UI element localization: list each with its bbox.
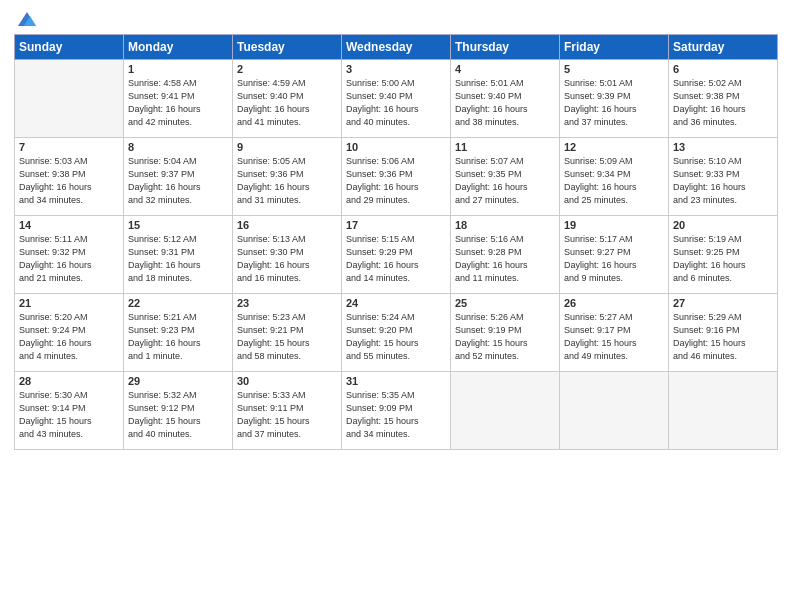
calendar-cell: 12Sunrise: 5:09 AM Sunset: 9:34 PM Dayli… — [560, 138, 669, 216]
day-info: Sunrise: 5:01 AM Sunset: 9:39 PM Dayligh… — [564, 77, 664, 129]
calendar-cell: 26Sunrise: 5:27 AM Sunset: 9:17 PM Dayli… — [560, 294, 669, 372]
day-number: 20 — [673, 219, 773, 231]
day-info: Sunrise: 5:17 AM Sunset: 9:27 PM Dayligh… — [564, 233, 664, 285]
day-info: Sunrise: 5:04 AM Sunset: 9:37 PM Dayligh… — [128, 155, 228, 207]
day-info: Sunrise: 5:03 AM Sunset: 9:38 PM Dayligh… — [19, 155, 119, 207]
day-number: 16 — [237, 219, 337, 231]
calendar-cell: 11Sunrise: 5:07 AM Sunset: 9:35 PM Dayli… — [451, 138, 560, 216]
day-info: Sunrise: 5:01 AM Sunset: 9:40 PM Dayligh… — [455, 77, 555, 129]
day-info: Sunrise: 5:21 AM Sunset: 9:23 PM Dayligh… — [128, 311, 228, 363]
day-info: Sunrise: 5:33 AM Sunset: 9:11 PM Dayligh… — [237, 389, 337, 441]
dow-tuesday: Tuesday — [233, 35, 342, 60]
calendar-cell: 9Sunrise: 5:05 AM Sunset: 9:36 PM Daylig… — [233, 138, 342, 216]
calendar-cell: 10Sunrise: 5:06 AM Sunset: 9:36 PM Dayli… — [342, 138, 451, 216]
day-info: Sunrise: 5:16 AM Sunset: 9:28 PM Dayligh… — [455, 233, 555, 285]
day-number: 13 — [673, 141, 773, 153]
day-number: 24 — [346, 297, 446, 309]
calendar-cell: 4Sunrise: 5:01 AM Sunset: 9:40 PM Daylig… — [451, 60, 560, 138]
dow-friday: Friday — [560, 35, 669, 60]
day-info: Sunrise: 5:26 AM Sunset: 9:19 PM Dayligh… — [455, 311, 555, 363]
day-info: Sunrise: 5:19 AM Sunset: 9:25 PM Dayligh… — [673, 233, 773, 285]
day-info: Sunrise: 5:10 AM Sunset: 9:33 PM Dayligh… — [673, 155, 773, 207]
day-number: 6 — [673, 63, 773, 75]
day-number: 3 — [346, 63, 446, 75]
day-number: 25 — [455, 297, 555, 309]
day-info: Sunrise: 5:05 AM Sunset: 9:36 PM Dayligh… — [237, 155, 337, 207]
day-number: 7 — [19, 141, 119, 153]
calendar-cell: 22Sunrise: 5:21 AM Sunset: 9:23 PM Dayli… — [124, 294, 233, 372]
calendar-cell: 13Sunrise: 5:10 AM Sunset: 9:33 PM Dayli… — [669, 138, 778, 216]
calendar-cell — [669, 372, 778, 450]
day-number: 12 — [564, 141, 664, 153]
calendar-cell: 7Sunrise: 5:03 AM Sunset: 9:38 PM Daylig… — [15, 138, 124, 216]
calendar-cell: 3Sunrise: 5:00 AM Sunset: 9:40 PM Daylig… — [342, 60, 451, 138]
day-info: Sunrise: 5:06 AM Sunset: 9:36 PM Dayligh… — [346, 155, 446, 207]
week-row-1: 1Sunrise: 4:58 AM Sunset: 9:41 PM Daylig… — [15, 60, 778, 138]
day-number: 18 — [455, 219, 555, 231]
day-number: 27 — [673, 297, 773, 309]
day-info: Sunrise: 5:11 AM Sunset: 9:32 PM Dayligh… — [19, 233, 119, 285]
day-number: 4 — [455, 63, 555, 75]
calendar-cell: 30Sunrise: 5:33 AM Sunset: 9:11 PM Dayli… — [233, 372, 342, 450]
day-number: 11 — [455, 141, 555, 153]
calendar-cell: 8Sunrise: 5:04 AM Sunset: 9:37 PM Daylig… — [124, 138, 233, 216]
day-info: Sunrise: 5:15 AM Sunset: 9:29 PM Dayligh… — [346, 233, 446, 285]
calendar-cell — [560, 372, 669, 450]
day-info: Sunrise: 5:24 AM Sunset: 9:20 PM Dayligh… — [346, 311, 446, 363]
calendar-cell: 31Sunrise: 5:35 AM Sunset: 9:09 PM Dayli… — [342, 372, 451, 450]
week-row-2: 7Sunrise: 5:03 AM Sunset: 9:38 PM Daylig… — [15, 138, 778, 216]
day-info: Sunrise: 5:23 AM Sunset: 9:21 PM Dayligh… — [237, 311, 337, 363]
calendar-cell: 6Sunrise: 5:02 AM Sunset: 9:38 PM Daylig… — [669, 60, 778, 138]
day-info: Sunrise: 4:58 AM Sunset: 9:41 PM Dayligh… — [128, 77, 228, 129]
calendar-cell: 28Sunrise: 5:30 AM Sunset: 9:14 PM Dayli… — [15, 372, 124, 450]
day-info: Sunrise: 5:12 AM Sunset: 9:31 PM Dayligh… — [128, 233, 228, 285]
day-number: 2 — [237, 63, 337, 75]
dow-sunday: Sunday — [15, 35, 124, 60]
day-info: Sunrise: 5:29 AM Sunset: 9:16 PM Dayligh… — [673, 311, 773, 363]
day-info: Sunrise: 5:13 AM Sunset: 9:30 PM Dayligh… — [237, 233, 337, 285]
calendar-cell: 1Sunrise: 4:58 AM Sunset: 9:41 PM Daylig… — [124, 60, 233, 138]
day-info: Sunrise: 5:27 AM Sunset: 9:17 PM Dayligh… — [564, 311, 664, 363]
day-number: 23 — [237, 297, 337, 309]
day-number: 22 — [128, 297, 228, 309]
calendar-cell: 17Sunrise: 5:15 AM Sunset: 9:29 PM Dayli… — [342, 216, 451, 294]
calendar-cell: 25Sunrise: 5:26 AM Sunset: 9:19 PM Dayli… — [451, 294, 560, 372]
calendar-cell: 24Sunrise: 5:24 AM Sunset: 9:20 PM Dayli… — [342, 294, 451, 372]
day-number: 14 — [19, 219, 119, 231]
day-number: 10 — [346, 141, 446, 153]
calendar-cell: 18Sunrise: 5:16 AM Sunset: 9:28 PM Dayli… — [451, 216, 560, 294]
calendar-cell: 20Sunrise: 5:19 AM Sunset: 9:25 PM Dayli… — [669, 216, 778, 294]
day-number: 26 — [564, 297, 664, 309]
calendar-cell: 15Sunrise: 5:12 AM Sunset: 9:31 PM Dayli… — [124, 216, 233, 294]
day-info: Sunrise: 5:07 AM Sunset: 9:35 PM Dayligh… — [455, 155, 555, 207]
dow-thursday: Thursday — [451, 35, 560, 60]
logo — [14, 10, 38, 28]
day-info: Sunrise: 5:35 AM Sunset: 9:09 PM Dayligh… — [346, 389, 446, 441]
calendar-cell — [15, 60, 124, 138]
day-info: Sunrise: 5:32 AM Sunset: 9:12 PM Dayligh… — [128, 389, 228, 441]
calendar-table: SundayMondayTuesdayWednesdayThursdayFrid… — [14, 34, 778, 450]
calendar-cell: 14Sunrise: 5:11 AM Sunset: 9:32 PM Dayli… — [15, 216, 124, 294]
calendar-cell: 5Sunrise: 5:01 AM Sunset: 9:39 PM Daylig… — [560, 60, 669, 138]
day-number: 28 — [19, 375, 119, 387]
calendar-cell: 27Sunrise: 5:29 AM Sunset: 9:16 PM Dayli… — [669, 294, 778, 372]
day-info: Sunrise: 5:09 AM Sunset: 9:34 PM Dayligh… — [564, 155, 664, 207]
day-number: 9 — [237, 141, 337, 153]
dow-wednesday: Wednesday — [342, 35, 451, 60]
calendar-cell: 19Sunrise: 5:17 AM Sunset: 9:27 PM Dayli… — [560, 216, 669, 294]
dow-monday: Monday — [124, 35, 233, 60]
day-number: 31 — [346, 375, 446, 387]
calendar-cell: 16Sunrise: 5:13 AM Sunset: 9:30 PM Dayli… — [233, 216, 342, 294]
calendar-cell: 2Sunrise: 4:59 AM Sunset: 9:40 PM Daylig… — [233, 60, 342, 138]
calendar-cell — [451, 372, 560, 450]
day-number: 1 — [128, 63, 228, 75]
days-of-week-header: SundayMondayTuesdayWednesdayThursdayFrid… — [15, 35, 778, 60]
week-row-5: 28Sunrise: 5:30 AM Sunset: 9:14 PM Dayli… — [15, 372, 778, 450]
calendar-body: 1Sunrise: 4:58 AM Sunset: 9:41 PM Daylig… — [15, 60, 778, 450]
day-number: 5 — [564, 63, 664, 75]
day-info: Sunrise: 5:00 AM Sunset: 9:40 PM Dayligh… — [346, 77, 446, 129]
week-row-3: 14Sunrise: 5:11 AM Sunset: 9:32 PM Dayli… — [15, 216, 778, 294]
day-info: Sunrise: 5:30 AM Sunset: 9:14 PM Dayligh… — [19, 389, 119, 441]
day-number: 15 — [128, 219, 228, 231]
day-number: 29 — [128, 375, 228, 387]
